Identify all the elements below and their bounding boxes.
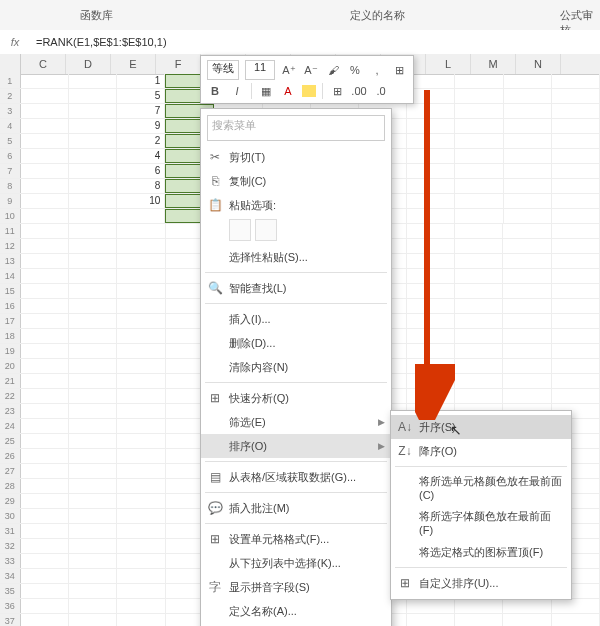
cell[interactable] bbox=[455, 344, 503, 358]
cell[interactable] bbox=[455, 599, 503, 613]
cell[interactable] bbox=[407, 209, 455, 223]
cell[interactable] bbox=[21, 329, 69, 343]
cell[interactable] bbox=[69, 254, 117, 268]
cell[interactable] bbox=[21, 584, 69, 598]
cell[interactable] bbox=[504, 164, 552, 178]
border-icon[interactable]: ▦ bbox=[258, 83, 274, 99]
cell[interactable] bbox=[21, 254, 69, 268]
cell[interactable] bbox=[117, 614, 165, 626]
cell[interactable] bbox=[552, 89, 600, 103]
cell[interactable] bbox=[117, 419, 165, 433]
cell[interactable] bbox=[69, 224, 117, 238]
cell[interactable] bbox=[552, 614, 600, 626]
cell[interactable]: 8 bbox=[117, 179, 165, 193]
cell[interactable] bbox=[504, 119, 552, 133]
format-painter-icon[interactable]: 🖌 bbox=[325, 62, 341, 78]
cell[interactable] bbox=[455, 104, 503, 118]
cell[interactable] bbox=[69, 434, 117, 448]
cell[interactable] bbox=[407, 74, 455, 88]
menu-paste-special[interactable]: 选择性粘贴(S)... bbox=[201, 245, 391, 269]
sort-descending[interactable]: Z↓降序(O) bbox=[391, 439, 571, 463]
cell[interactable] bbox=[117, 404, 165, 418]
cell[interactable] bbox=[117, 224, 165, 238]
cell[interactable] bbox=[503, 269, 551, 283]
cell[interactable] bbox=[455, 314, 503, 328]
cell[interactable] bbox=[407, 299, 455, 313]
cell[interactable] bbox=[503, 389, 551, 403]
cell[interactable] bbox=[69, 299, 117, 313]
cell[interactable] bbox=[21, 494, 69, 508]
cell[interactable] bbox=[407, 194, 455, 208]
cell[interactable]: 1 bbox=[117, 74, 165, 88]
cell[interactable] bbox=[504, 194, 552, 208]
cell[interactable] bbox=[455, 269, 503, 283]
cell[interactable] bbox=[69, 269, 117, 283]
cell[interactable] bbox=[455, 359, 503, 373]
cell[interactable] bbox=[69, 239, 117, 253]
cell[interactable] bbox=[455, 164, 503, 178]
cell[interactable] bbox=[455, 299, 503, 313]
cell[interactable] bbox=[69, 149, 117, 163]
font-color-icon[interactable]: A bbox=[280, 83, 296, 99]
col-header[interactable]: C bbox=[21, 54, 66, 74]
font-select[interactable]: 等线 bbox=[207, 60, 239, 80]
cell[interactable] bbox=[117, 299, 165, 313]
italic-icon[interactable]: I bbox=[229, 83, 245, 99]
decrease-font-icon[interactable]: A⁻ bbox=[303, 62, 319, 78]
cell[interactable] bbox=[503, 299, 551, 313]
cell[interactable] bbox=[407, 149, 455, 163]
cell[interactable]: 10 bbox=[117, 194, 165, 208]
cell[interactable] bbox=[552, 599, 600, 613]
cell[interactable] bbox=[69, 464, 117, 478]
cell[interactable] bbox=[552, 269, 600, 283]
cell[interactable] bbox=[504, 89, 552, 103]
cell[interactable] bbox=[407, 359, 455, 373]
menu-sort[interactable]: 排序(O)▶ bbox=[201, 434, 391, 458]
cell[interactable] bbox=[503, 329, 551, 343]
sort-cell-color[interactable]: 将所选单元格颜色放在最前面(C) bbox=[391, 470, 571, 505]
cell[interactable] bbox=[117, 254, 165, 268]
cell[interactable] bbox=[21, 614, 69, 626]
menu-filter[interactable]: 筛选(E)▶ bbox=[201, 410, 391, 434]
cell[interactable] bbox=[21, 284, 69, 298]
cell[interactable] bbox=[117, 509, 165, 523]
cell[interactable] bbox=[117, 344, 165, 358]
menu-comment[interactable]: 💬插入批注(M) bbox=[201, 496, 391, 520]
cell[interactable] bbox=[21, 554, 69, 568]
cell[interactable] bbox=[552, 224, 600, 238]
cell[interactable] bbox=[407, 239, 455, 253]
cell[interactable] bbox=[504, 104, 552, 118]
cell[interactable] bbox=[21, 599, 69, 613]
cell[interactable] bbox=[69, 344, 117, 358]
cell[interactable] bbox=[503, 374, 551, 388]
sort-custom[interactable]: ⊞自定义排序(U)... bbox=[391, 571, 571, 595]
paste-option-1[interactable] bbox=[229, 219, 251, 241]
cell[interactable] bbox=[117, 434, 165, 448]
cell[interactable] bbox=[21, 179, 69, 193]
cell[interactable] bbox=[407, 329, 455, 343]
cell[interactable] bbox=[117, 314, 165, 328]
paste-option-2[interactable] bbox=[255, 219, 277, 241]
fill-color-icon[interactable] bbox=[302, 85, 316, 97]
sort-icon-top[interactable]: 将选定格式的图标置顶(F) bbox=[391, 540, 571, 564]
cell[interactable] bbox=[21, 299, 69, 313]
cell[interactable]: 4 bbox=[117, 149, 165, 163]
cell[interactable] bbox=[21, 164, 69, 178]
cell[interactable] bbox=[552, 284, 600, 298]
cell[interactable] bbox=[21, 224, 69, 238]
cell[interactable] bbox=[21, 434, 69, 448]
cell[interactable] bbox=[21, 524, 69, 538]
cell[interactable] bbox=[407, 119, 455, 133]
bold-icon[interactable]: B bbox=[207, 83, 223, 99]
cell[interactable] bbox=[504, 179, 552, 193]
cell[interactable] bbox=[407, 134, 455, 148]
cell[interactable] bbox=[455, 119, 503, 133]
cell[interactable] bbox=[69, 194, 117, 208]
cell[interactable] bbox=[407, 254, 455, 268]
cell[interactable] bbox=[503, 599, 551, 613]
col-header[interactable]: D bbox=[66, 54, 111, 74]
cell[interactable] bbox=[117, 494, 165, 508]
col-header[interactable]: M bbox=[471, 54, 516, 74]
cell[interactable] bbox=[21, 389, 69, 403]
cell[interactable] bbox=[455, 239, 503, 253]
